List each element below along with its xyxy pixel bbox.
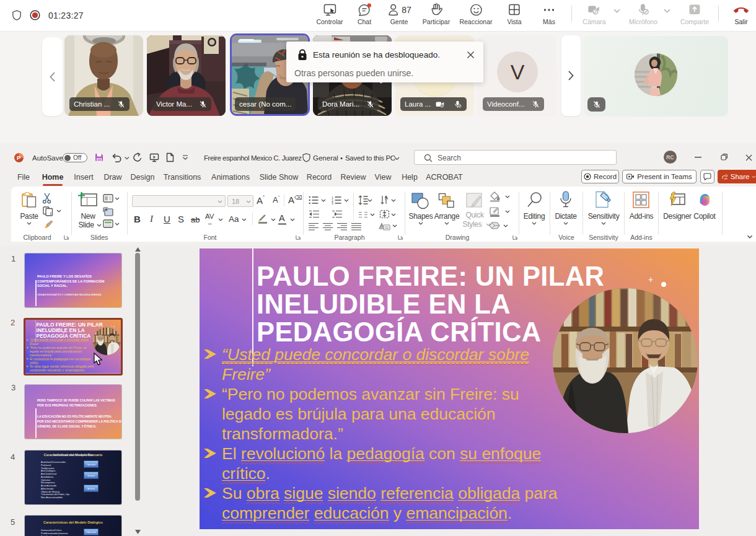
svg-text:A: A <box>385 195 389 201</box>
svg-text:3: 3 <box>332 201 333 204</box>
svg-text:P: P <box>17 154 21 161</box>
